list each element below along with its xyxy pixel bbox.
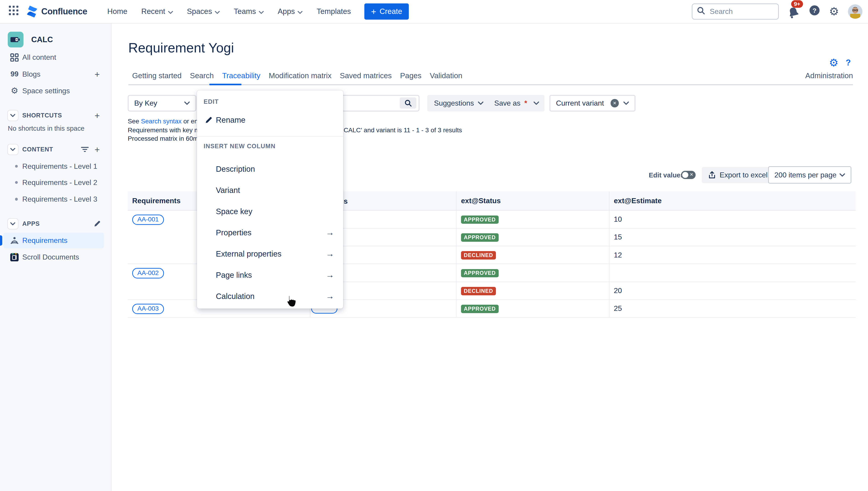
status-cell: DECLINED	[456, 282, 609, 300]
plus-icon: +	[371, 7, 376, 16]
settings-button[interactable]: ⚙	[829, 6, 839, 17]
nav-item-home[interactable]: Home	[108, 7, 127, 16]
requirement-key-pill[interactable]: AA-003	[132, 304, 164, 314]
gear-icon: ⚙	[9, 87, 20, 95]
search-scope-select[interactable]: By Key	[128, 95, 196, 112]
tab-search[interactable]: Search	[190, 71, 214, 85]
menu-divider	[197, 136, 343, 137]
estimate-cell: 20	[609, 282, 856, 300]
sidebar-app-scroll-documents[interactable]: Scroll Documents	[0, 250, 108, 265]
confluence-app: Confluence HomeRecentSpacesTeamsAppsTemp…	[0, 0, 868, 491]
chevron-down-icon[interactable]	[7, 110, 19, 121]
tab-getting-started[interactable]: Getting started	[132, 71, 182, 85]
save-as-dropdown-button[interactable]	[528, 95, 544, 112]
app-item-label: Requirements	[22, 236, 67, 245]
product-name: Confluence	[41, 7, 87, 17]
nav-item-recent[interactable]: Recent	[141, 7, 173, 16]
app-switcher-icon[interactable]	[9, 6, 19, 17]
add-blog-button[interactable]: +	[92, 69, 102, 79]
search-submit-button[interactable]	[400, 97, 416, 109]
menu-item-calculation[interactable]: Calculation→	[197, 288, 343, 305]
status-badge: APPROVED	[461, 233, 499, 242]
search-icon	[697, 6, 705, 17]
tab-administration[interactable]: Administration	[805, 71, 853, 80]
menu-section-header: INSERT NEW COLUMN	[204, 143, 275, 150]
menu-item-rename[interactable]: Rename	[197, 112, 343, 128]
results-text-left: Requirements with key matc	[128, 126, 208, 134]
user-avatar[interactable]	[848, 4, 863, 19]
menu-item-label: Page links	[216, 271, 252, 280]
global-search[interactable]	[692, 3, 779, 20]
submenu-arrow-icon: →	[326, 250, 334, 258]
menu-item-properties[interactable]: Properties→	[197, 224, 343, 241]
clear-variant-icon[interactable]: ✕	[610, 99, 619, 108]
menu-item-space-key[interactable]: Space key	[197, 203, 343, 220]
pencil-icon	[205, 116, 212, 124]
tab-traceability[interactable]: Traceability	[222, 71, 260, 85]
status-badge: DECLINED	[461, 251, 496, 260]
nav-item-spaces[interactable]: Spaces	[187, 7, 220, 16]
chevron-down-icon[interactable]	[7, 144, 19, 155]
add-content-button[interactable]: +	[92, 145, 102, 155]
chevron-down-icon	[168, 7, 173, 16]
requirement-key-pill[interactable]: AA-002	[132, 268, 164, 278]
tab-pages[interactable]: Pages	[400, 71, 422, 85]
sidebar-content-item[interactable]: Requirements - Level 1	[0, 158, 108, 174]
rq-help-icon[interactable]: ?	[846, 58, 851, 67]
menu-item-page-links[interactable]: Page links→	[197, 267, 343, 284]
sidebar-content-item[interactable]: Requirements - Level 3	[0, 191, 108, 207]
suggestions-button[interactable]: Suggestions	[427, 95, 490, 112]
content-item-label: Requirements - Level 2	[22, 178, 97, 187]
filter-icon[interactable]	[80, 145, 90, 155]
nav-menu: HomeRecentSpacesTeamsAppsTemplates	[108, 7, 351, 16]
submenu-arrow-icon: →	[326, 229, 334, 237]
sidebar-item-label: Blogs	[22, 70, 40, 79]
nav-item-apps[interactable]: Apps	[278, 7, 303, 16]
status-badge: APPROVED	[461, 215, 499, 224]
search-syntax-link[interactable]: Search syntax	[141, 118, 181, 125]
sidebar-item-all-content[interactable]: All content	[0, 50, 108, 65]
create-button[interactable]: + Create	[364, 3, 409, 20]
export-icon	[709, 171, 716, 179]
items-per-page-select[interactable]: 200 items per page	[768, 166, 851, 183]
help-button[interactable]: ?	[809, 5, 820, 18]
status-badge: APPROVED	[461, 305, 499, 313]
space-header[interactable]: + CALC	[0, 31, 108, 49]
mouse-cursor	[285, 294, 297, 310]
status-cell: APPROVED	[456, 228, 609, 246]
requirement-key-pill[interactable]: AA-001	[132, 214, 164, 225]
sidebar-content-item[interactable]: Requirements - Level 2	[0, 175, 108, 191]
edit-apps-pencil-icon[interactable]	[92, 219, 102, 229]
table-header-col4: ext@Estimate	[609, 191, 856, 210]
nav-item-templates[interactable]: Templates	[317, 7, 351, 16]
estimate-cell: 25	[609, 300, 856, 317]
global-search-input[interactable]	[709, 7, 765, 16]
save-as-button[interactable]: Save as*	[487, 95, 534, 112]
add-shortcut-button[interactable]: +	[92, 110, 102, 120]
bullet-icon	[15, 165, 18, 168]
content-item-label: Requirements - Level 1	[22, 162, 97, 171]
rq-settings-gear-icon[interactable]: ⚙	[829, 57, 839, 68]
search-icon	[405, 99, 412, 107]
app-item-label: Scroll Documents	[22, 253, 79, 261]
tab-modification-matrix[interactable]: Modification matrix	[269, 71, 331, 85]
menu-item-variant[interactable]: Variant	[197, 182, 343, 199]
confluence-logo[interactable]: Confluence	[26, 6, 87, 17]
sidebar-item-blogs[interactable]: 99Blogs+	[0, 66, 108, 82]
variant-select[interactable]: Current variant ✕	[549, 95, 635, 112]
notification-count-badge: 9+	[791, 0, 803, 8]
active-tab-indicator	[209, 84, 242, 85]
sidebar-app-requirements[interactable]: Requirements	[0, 233, 108, 248]
menu-item-external-properties[interactable]: External properties→	[197, 246, 343, 262]
sidebar-item-space-settings[interactable]: ⚙Space settings	[0, 83, 108, 99]
chevron-down-icon[interactable]	[7, 218, 19, 229]
edit-values-toggle[interactable]: ✕	[681, 171, 696, 179]
space-sidebar: + CALC All content99Blogs+⚙Space setting…	[0, 24, 112, 491]
tab-saved-matrices[interactable]: Saved matrices	[340, 71, 392, 85]
menu-item-description[interactable]: Description	[197, 161, 343, 177]
notifications-button[interactable]: 9+	[788, 4, 800, 19]
export-to-excel-button[interactable]: Export to excel	[702, 167, 774, 183]
tab-validation[interactable]: Validation	[430, 71, 462, 85]
chevron-down-icon	[298, 7, 303, 16]
nav-item-teams[interactable]: Teams	[234, 7, 264, 16]
